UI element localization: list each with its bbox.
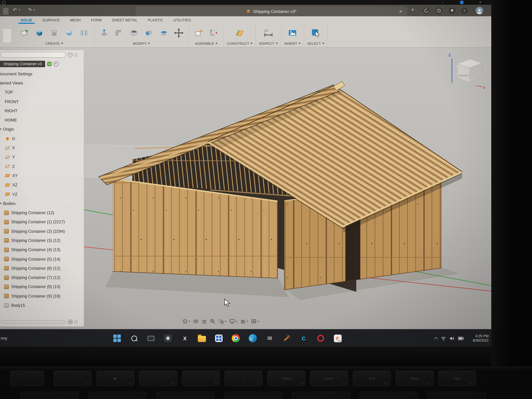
browser-row-body[interactable]: Shipping Container (12)	[0, 208, 84, 217]
x-app-icon[interactable]: X	[181, 334, 189, 343]
browser-row-axis-x[interactable]: X	[0, 143, 84, 152]
panel-drag-handle[interactable]	[75, 53, 77, 57]
job-status-icon[interactable]	[423, 7, 430, 14]
chevron-down-icon[interactable]	[225, 321, 227, 322]
browser-row-body[interactable]: Shipping Container (5) (14)	[0, 254, 84, 264]
select-icon[interactable]	[309, 25, 323, 40]
chevron-down-icon[interactable]	[246, 321, 248, 322]
data-panel-icon[interactable]	[3, 8, 8, 14]
pattern-icon[interactable]	[77, 25, 91, 40]
edge-icon[interactable]	[248, 334, 257, 343]
browser-search-input[interactable]	[1, 52, 66, 58]
file-button[interactable]	[2, 28, 12, 43]
browser-row-body[interactable]: Shipping Container (6) (12)	[0, 264, 84, 273]
orbit-icon[interactable]	[181, 318, 191, 325]
browser-row-origin[interactable]: Origin	[0, 125, 84, 134]
box-icon[interactable]	[33, 25, 46, 40]
browser-row-body[interactable]: Shipping Container (2) (2294)	[0, 227, 84, 236]
browser-row-body15[interactable]: Body15	[0, 301, 84, 310]
tab-sheet-metal[interactable]: SHEET METAL	[107, 16, 143, 24]
new-tab-icon[interactable]: +	[411, 7, 414, 13]
assemble-dropdown[interactable]: ASSEMBLE	[195, 41, 218, 46]
collapse-panel-icon[interactable]	[68, 52, 73, 57]
start-icon[interactable]	[113, 334, 121, 343]
insert-canvas-icon[interactable]	[286, 25, 299, 40]
browser-row-plane-xz[interactable]: XZ	[0, 180, 84, 190]
notifications-bell-icon[interactable]	[449, 7, 455, 14]
construction-plane-icon[interactable]	[233, 25, 247, 40]
chrome-icon[interactable]	[231, 334, 240, 343]
panel-drag-handle[interactable]	[75, 320, 77, 324]
combine-icon[interactable]	[142, 25, 156, 40]
tab-solid[interactable]: SOLID	[16, 16, 37, 24]
shell-icon[interactable]	[127, 25, 141, 40]
clock[interactable]: 4:25 PM 6/30/2022	[468, 334, 488, 343]
cylinder-icon[interactable]	[48, 25, 61, 40]
fillet-icon[interactable]	[112, 25, 126, 40]
insert-dropdown[interactable]: INSERT	[284, 41, 301, 46]
tab-plastic[interactable]: PLASTIC	[143, 16, 168, 24]
chevron-down-icon[interactable]	[188, 321, 190, 322]
chevron-down-icon[interactable]	[235, 321, 238, 322]
maximize-icon[interactable]	[460, 1, 463, 4]
browser-root-row[interactable]: Shipping Container v3	[0, 60, 82, 68]
new-component-icon[interactable]	[192, 25, 206, 40]
browser-row-body[interactable]: Shipping Container (9) (18)	[0, 291, 84, 301]
clock-history-icon[interactable]	[436, 7, 442, 14]
tab-form[interactable]: FORM	[86, 16, 107, 24]
target-icon[interactable]	[54, 61, 59, 66]
tab-utilities[interactable]: UTILITIES	[168, 16, 196, 24]
grid-app-icon[interactable]	[214, 334, 223, 343]
tab-mesh[interactable]: MESH	[65, 16, 86, 24]
browser-row-body[interactable]: Shipping Container (3) (12)	[0, 236, 84, 245]
c-app-icon[interactable]: C	[299, 334, 308, 343]
wifi-icon[interactable]	[441, 336, 446, 340]
shovel-tool-icon[interactable]	[282, 334, 291, 343]
camera-app-icon[interactable]	[164, 334, 172, 343]
browser-row-origin-point[interactable]: O	[0, 134, 84, 143]
pan-icon[interactable]	[201, 318, 208, 325]
press-pull-icon[interactable]	[97, 25, 111, 40]
zoom-window-icon[interactable]	[217, 318, 227, 325]
browser-row-body[interactable]: Shipping Container (4) (13)	[0, 245, 84, 254]
browser-row-view-front[interactable]: FRONT	[0, 97, 84, 106]
view-cube[interactable]: Z FRONT X	[447, 52, 488, 92]
browser-row-body[interactable]: Shipping Container (7) (12)	[0, 273, 84, 282]
file-explorer-icon[interactable]	[197, 334, 206, 343]
root-document-label[interactable]: Shipping Container v3	[0, 61, 45, 67]
mail-icon[interactable]: ✉	[265, 334, 274, 343]
look-at-icon[interactable]	[192, 318, 200, 325]
document-tab[interactable]: Shipping Container v3* ✕	[136, 6, 407, 16]
task-view-icon[interactable]	[147, 334, 155, 343]
browser-row-bodies[interactable]: Bodies	[0, 199, 84, 208]
hidden-icons-chevron[interactable]	[434, 337, 438, 341]
expand-panel-icon[interactable]	[68, 320, 73, 324]
browser-row-plane-xy[interactable]: XY	[0, 171, 84, 180]
volume-icon[interactable]	[450, 336, 455, 340]
tab-surface[interactable]: SURFACE	[37, 16, 65, 24]
user-avatar[interactable]	[476, 7, 483, 14]
browser-row-named-views[interactable]: Named Views	[0, 78, 84, 88]
browser-row-view-right[interactable]: RIGHT	[0, 106, 84, 115]
display-settings-icon[interactable]	[228, 318, 238, 325]
zoom-icon[interactable]	[209, 318, 216, 325]
chevron-down-icon[interactable]	[18, 9, 20, 10]
create-sketch-icon[interactable]	[18, 25, 31, 40]
browser-row-plane-yz[interactable]: YZ	[0, 190, 84, 199]
close-tab-icon[interactable]: ✕	[399, 9, 402, 14]
browser-row-body[interactable]: Shipping Container (1) (2217)	[0, 217, 84, 227]
minimize-icon[interactable]: –	[442, 0, 443, 4]
redo-button[interactable]: ↷	[28, 7, 35, 13]
viewports-icon[interactable]	[250, 318, 260, 325]
chevron-down-icon[interactable]	[257, 321, 259, 322]
browser-row-view-home[interactable]: HOME	[0, 116, 84, 125]
offset-face-icon[interactable]	[157, 25, 171, 40]
sphere-icon[interactable]	[62, 25, 76, 40]
browser-row-body[interactable]: Shipping Container (8) (13)	[0, 282, 84, 291]
search-icon[interactable]	[130, 334, 138, 343]
modify-dropdown[interactable]: MODIFY	[133, 41, 150, 46]
browser-row-view-top[interactable]: TOP	[0, 88, 84, 97]
chevron-down-icon[interactable]	[0, 203, 2, 204]
battery-icon[interactable]	[458, 336, 464, 340]
browser-row-axis-y[interactable]: Y	[0, 152, 84, 162]
